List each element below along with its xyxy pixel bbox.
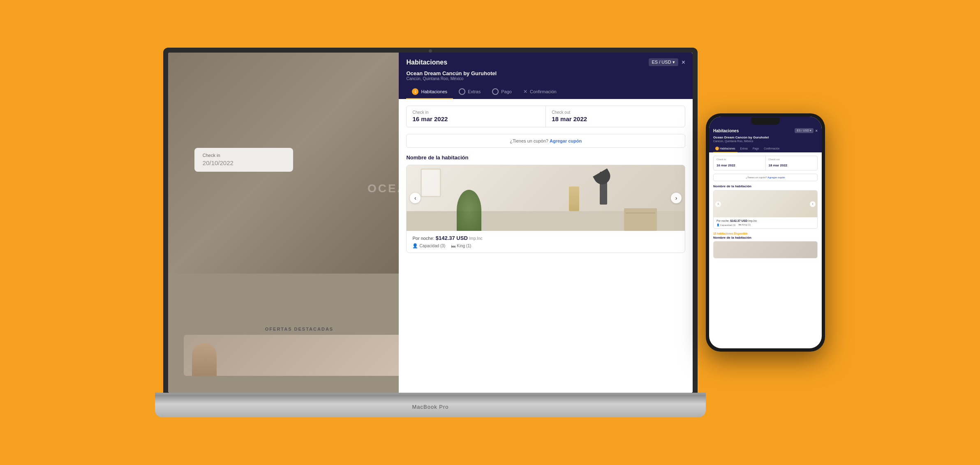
phone-tab-label-extras: Extras xyxy=(740,147,748,150)
phone-room1-price-label: Por noche: xyxy=(717,219,729,222)
phone-tab-dot: 1 xyxy=(715,147,719,150)
laptop-screen: OCEAN Check in 20/10/2022 OFERTAS DESTAC… xyxy=(163,48,698,393)
tab-habitaciones[interactable]: 1 Habitaciones xyxy=(406,85,453,99)
dates-row: Check in 16 mar 2022 Check out 18 mar 20… xyxy=(406,106,685,127)
phone-room2-title: Nombre de la habitación xyxy=(713,236,818,239)
phone-room2-available: 15 habitaciones Disponible xyxy=(713,232,818,235)
tab-confirmacion[interactable]: ✕ Confirmación xyxy=(518,85,562,99)
modal-header-actions: ES / USD ▾ × xyxy=(649,58,685,66)
room-image-container: ‹ › xyxy=(407,165,685,231)
checkin-overlay-date: 20/10/2022 xyxy=(203,159,233,166)
checkin-field[interactable]: Check in 16 mar 2022 xyxy=(407,106,546,127)
checkin-date-value: 16 mar 2022 xyxy=(412,115,448,122)
phone-coupon-text: ¿Tienes un cupón? xyxy=(746,176,767,179)
room-dresser xyxy=(624,208,657,231)
tab-circle-extras xyxy=(459,88,465,95)
phone-screen: Habitaciones ES / USD ▾ × Ocean Dream Ca… xyxy=(709,117,822,348)
phone-room1-features: 👤 Capacidad (3) 🛏 King (1) xyxy=(717,223,814,226)
phone-room2-card xyxy=(713,241,818,258)
phone-hotel-location: Cancún, Quintana Roo, México xyxy=(713,140,818,143)
room-features: 👤 Capacidad (3) 🛏 King (1) xyxy=(412,243,679,249)
modal-header: Habitaciones ES / USD ▾ × Ocean Dream Ca… xyxy=(399,53,693,99)
phone-tab-pago[interactable]: Pago xyxy=(751,145,761,152)
phone-tab-label-confirmacion: Confirmación xyxy=(764,147,779,150)
coupon-text: ¿Tienes un cupón? xyxy=(510,138,548,143)
tab-number-habitaciones: 1 xyxy=(412,88,418,95)
phone-tab-label-pago: Pago xyxy=(753,147,759,150)
phone-checkout-field[interactable]: Check out 18 mar 2022 xyxy=(766,156,818,170)
phone-room1-info: Por noche: $142.37 USD Imp.Inc 👤 Capacid… xyxy=(714,217,817,228)
checkout-date-value: 18 mar 2022 xyxy=(552,115,587,122)
phone-checkin-date: 16 mar 2022 xyxy=(717,163,735,167)
phone-lang-selector[interactable]: ES / USD ▾ xyxy=(795,128,814,133)
checkin-overlay: Check in 20/10/2022 xyxy=(194,148,293,172)
coupon-row: ¿Tienes un cupón? Agregar cupón xyxy=(406,134,685,148)
room-price: Por noche: $142.37 USD Imp.Inc xyxy=(412,235,679,241)
capacity-label: Capacidad (3) xyxy=(419,244,445,248)
phone-room1-next[interactable]: › xyxy=(810,201,816,207)
phone-notch xyxy=(751,117,780,125)
room-info: Por noche: $142.37 USD Imp.Inc 👤 Capacid… xyxy=(407,231,685,253)
room-capacity: 👤 Capacidad (3) xyxy=(412,243,445,249)
laptop-base: MacBook Pro xyxy=(155,395,706,417)
phone-room1-price-note: Imp.Inc xyxy=(748,219,757,222)
modal-title: Habitaciones xyxy=(406,59,447,66)
phone: Habitaciones ES / USD ▾ × Ocean Dream Ca… xyxy=(706,113,825,352)
language-selector[interactable]: ES / USD ▾ xyxy=(649,58,678,66)
phone-tab-confirmacion[interactable]: Confirmación xyxy=(762,145,781,152)
phone-tab-extras[interactable]: Extras xyxy=(738,145,750,152)
tab-label-habitaciones: Habitaciones xyxy=(421,89,447,94)
room-image xyxy=(407,165,685,231)
phone-room1-prev[interactable]: ‹ xyxy=(715,201,721,207)
modal-tabs: 1 Habitaciones Extras Pago xyxy=(406,85,685,99)
laptop-camera xyxy=(429,49,432,53)
phone-checkin-field[interactable]: Check in 16 mar 2022 xyxy=(714,156,766,170)
tab-label-extras: Extras xyxy=(468,89,481,94)
phone-room1-title: Nombre de la habitación xyxy=(713,184,818,188)
room-mirror xyxy=(421,168,441,197)
phone-modal-header-top: Habitaciones ES / USD ▾ × xyxy=(713,128,818,133)
tab-label-confirmacion: Confirmación xyxy=(530,89,557,94)
phone-room1-image: ‹ › xyxy=(714,191,817,217)
room-next-button[interactable]: › xyxy=(671,193,682,203)
phone-close-button[interactable]: × xyxy=(815,129,818,133)
phone-tabs: 1 Habitaciones Extras Pago Confirmación xyxy=(713,145,818,152)
booking-modal: Habitaciones ES / USD ▾ × Ocean Dream Ca… xyxy=(399,53,693,393)
tab-circle-pago xyxy=(492,88,499,95)
room-price-value: $142.37 USD xyxy=(436,235,468,241)
capacity-icon: 👤 xyxy=(412,243,418,249)
tab-extras[interactable]: Extras xyxy=(453,85,486,99)
tab-pago[interactable]: Pago xyxy=(486,85,518,99)
tab-label-pago: Pago xyxy=(501,89,512,94)
laptop-brand: MacBook Pro xyxy=(412,404,448,410)
phone-body: Habitaciones ES / USD ▾ × Ocean Dream Ca… xyxy=(706,113,825,352)
laptop-screen-inner: OCEAN Check in 20/10/2022 OFERTAS DESTAC… xyxy=(168,53,693,393)
website-background: OCEAN Check in 20/10/2022 OFERTAS DESTAC… xyxy=(168,53,693,393)
checkout-label: Check out xyxy=(552,110,679,115)
tab-x-confirmacion: ✕ xyxy=(523,89,527,94)
bed-label: King (1) xyxy=(457,244,471,248)
phone-dates-row: Check in 16 mar 2022 Check out 18 mar 20… xyxy=(713,156,818,170)
room-prev-button[interactable]: ‹ xyxy=(410,193,421,203)
phone-room2-image xyxy=(714,242,817,258)
phone-room1-price-value: $142.37 USD xyxy=(730,219,747,222)
room-lamp xyxy=(600,172,607,205)
room-wall xyxy=(407,165,685,211)
hotel-info: Ocean Dream Cancún by Guruhotel Cancún, … xyxy=(406,70,685,81)
phone-tab-label-habitaciones: Habitaciones xyxy=(720,147,735,150)
lang-label: ES / USD ▾ xyxy=(652,60,675,65)
coupon-link[interactable]: Agregar cupón xyxy=(550,138,582,143)
modal-header-top: Habitaciones ES / USD ▾ × xyxy=(406,58,685,66)
phone-tab-habitaciones[interactable]: 1 Habitaciones xyxy=(713,145,737,152)
room-price-label: Por noche: xyxy=(412,236,434,241)
modal-close-button[interactable]: × xyxy=(682,59,685,66)
phone-coupon-link[interactable]: Agregar cupón xyxy=(767,176,785,179)
checkout-field[interactable]: Check out 18 mar 2022 xyxy=(546,106,685,127)
room-section-title: Nombre de la habitación xyxy=(406,154,685,161)
ofertas-section: OFERTAS DESTACADAS xyxy=(184,327,414,376)
room-bed: 🛏 King (1) xyxy=(451,243,471,249)
phone-checkout-date: 18 mar 2022 xyxy=(769,163,788,167)
phone-room1-card: ‹ › Por noche: $142.37 USD Imp.Inc 👤 Cap… xyxy=(713,190,818,229)
phone-coupon-row: ¿Tienes un cupón? Agregar cupón xyxy=(713,174,818,181)
hotel-location: Cancún, Quintana Roo, México xyxy=(406,76,685,81)
